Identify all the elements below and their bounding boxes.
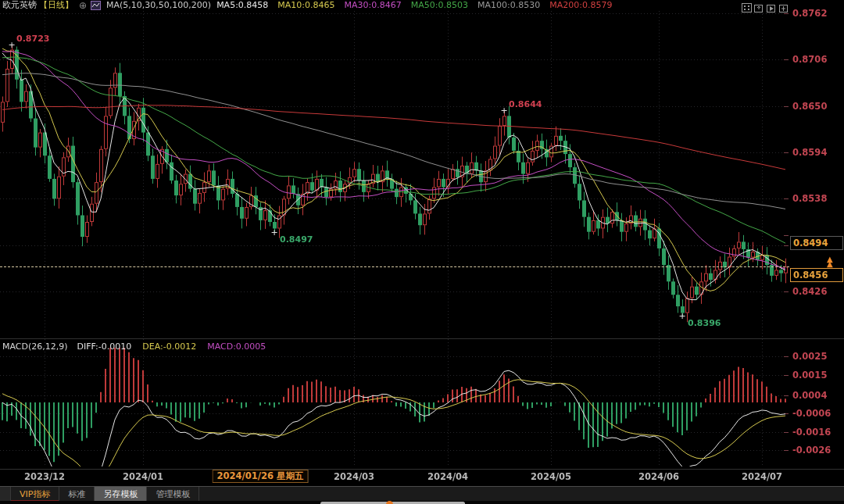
ma-readouts: MA5:0.8458MA10:0.8465MA30:0.8467MA50:0.8… — [216, 0, 612, 11]
extreme-value-label: 0.8396 — [688, 318, 721, 328]
date-axis-label: 2024/03 — [334, 471, 374, 482]
tab-bar-corner — [0, 487, 11, 502]
tab-manage-template[interactable]: 管理模板 — [147, 487, 199, 502]
macd-readout: DIFF:-0.0010 — [77, 341, 132, 352]
last-price-line — [0, 266, 789, 267]
price-axis-label: 0.8762 — [792, 8, 827, 19]
chart-canvas[interactable] — [0, 0, 844, 504]
macd-readout: MACD:0.0005 — [207, 341, 266, 352]
price-axis-label: 0.8538 — [792, 193, 827, 204]
extreme-cross-marker: + — [500, 109, 507, 113]
price-axis-label: 0.8706 — [792, 54, 827, 65]
ma-readout: MA50:0.8503 — [411, 0, 468, 11]
extreme-value-label: 0.8723 — [16, 34, 49, 44]
window-controls — [742, 1, 789, 10]
taskbar-app-dot[interactable] — [386, 501, 393, 504]
macd-readouts: DIFF:-0.0010DEA:-0.0012MACD:0.0005 — [77, 341, 266, 352]
ma-readout: MA10:0.8465 — [277, 0, 334, 11]
new-window-icon[interactable] — [779, 1, 789, 10]
add-indicator-icon[interactable]: ⊕ — [79, 0, 87, 11]
price-axis-label: 0.8594 — [792, 147, 827, 158]
macd-readout: DEA:-0.0012 — [142, 341, 196, 352]
ma-readout: MA100:0.8530 — [477, 0, 540, 11]
tab-save-template[interactable]: 另存模板 — [95, 487, 147, 502]
date-axis-label: 2024/07 — [742, 471, 782, 482]
date-axis-label: 2024/06 — [638, 471, 679, 482]
period-label: 【日线】 — [39, 0, 73, 11]
pop-out-up-icon[interactable] — [754, 1, 764, 10]
crosshair-close-price-box: 0.8494 — [790, 236, 843, 250]
grid-layout-icon[interactable] — [742, 1, 752, 10]
panel-divider — [0, 338, 844, 339]
macd-axis-label: -0.0016 — [792, 427, 831, 438]
crosshair-date-box: 2024/01/26 星期五 — [213, 470, 309, 483]
ma-group-label: MA(5,10,30,50,100,200) — [106, 0, 211, 11]
date-axis-label: 2024/04 — [427, 471, 468, 482]
symbol-name: 欧元英镑 — [2, 0, 37, 11]
mini-chart-icon[interactable] — [91, 1, 101, 10]
extreme-value-label: 0.8497 — [280, 234, 313, 245]
chart-header: 欧元英镑【日线】 ⊕ MA(5,10,30,50,100,200) MA5:0.… — [2, 0, 612, 11]
macd-axis-label: -0.0006 — [792, 408, 831, 419]
extreme-cross-marker: + — [678, 314, 685, 319]
price-up-arrow-icon: ▲▲ — [827, 257, 833, 266]
ma-readout: MA30:0.8467 — [345, 0, 402, 11]
date-axis-label: 2024/01 — [123, 471, 163, 482]
price-axis-label: 0.8650 — [792, 101, 827, 112]
macd-axis-label: -0.0026 — [792, 445, 831, 456]
chart-application: 欧元英镑【日线】 ⊕ MA(5,10,30,50,100,200) MA5:0.… — [0, 0, 844, 504]
date-axis-label: 2023/12 — [24, 471, 65, 482]
macd-header: MACD(26,12,9) DIFF:-0.0010DEA:-0.0012MAC… — [2, 341, 266, 352]
ma-readout: MA200:0.8579 — [549, 0, 612, 11]
bottom-strip — [0, 501, 844, 504]
macd-params-label: MACD(26,12,9) — [2, 341, 68, 352]
price-axis-label: 0.8426 — [792, 286, 827, 297]
extreme-value-label: 0.8644 — [509, 99, 542, 109]
extreme-cross-marker: + — [270, 231, 277, 235]
last-price-box: 0.8456 — [790, 268, 843, 282]
macd-axis-label: 0.0015 — [792, 370, 827, 381]
macd-axis-label: 0.0004 — [792, 390, 827, 401]
macd-axis-label: 0.0025 — [792, 351, 827, 362]
axis-divider — [0, 469, 844, 470]
template-tab-bar: VIP指标 标准 另存模板 管理模板 — [0, 486, 844, 502]
pop-out-right-icon[interactable] — [767, 1, 777, 10]
date-axis-label: 2024/05 — [531, 471, 571, 482]
tab-standard[interactable]: 标准 — [59, 487, 95, 502]
extreme-cross-marker: + — [8, 43, 15, 48]
tab-vip-indicators[interactable]: VIP指标 — [11, 487, 59, 502]
ma-readout: MA5:0.8458 — [216, 0, 268, 11]
